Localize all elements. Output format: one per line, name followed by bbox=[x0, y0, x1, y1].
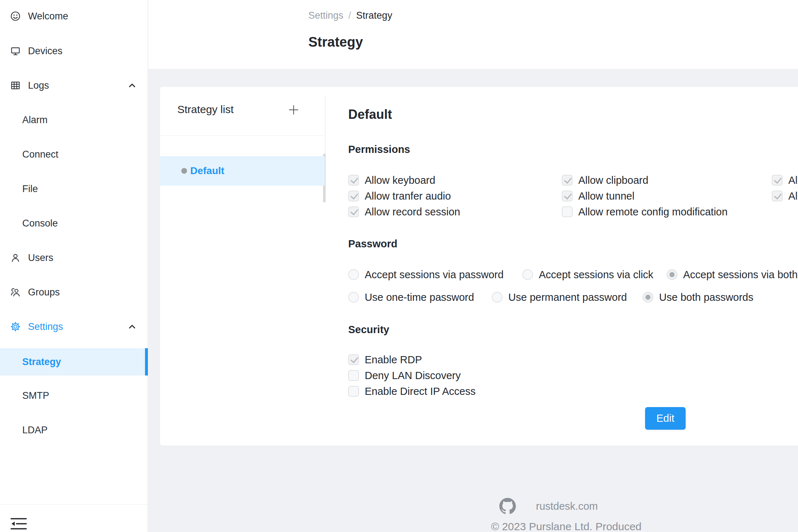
list-header-divider bbox=[160, 135, 325, 136]
strategy-list-item-default[interactable]: Default bbox=[160, 156, 325, 186]
sidebar-item-alarm[interactable]: Alarm bbox=[0, 106, 148, 134]
checkbox-allow-tunnel[interactable] bbox=[562, 191, 573, 201]
checkbox-allow-record-session[interactable] bbox=[348, 206, 359, 217]
security-enable-direct-ip-access: Enable Direct IP Access bbox=[348, 386, 476, 397]
breadcrumb-settings[interactable]: Settings bbox=[308, 10, 344, 21]
user-icon bbox=[10, 252, 21, 263]
footer: rustdesk.com bbox=[499, 498, 598, 514]
breadcrumb-strategy: Strategy bbox=[356, 10, 392, 21]
sidebar-item-label: Logs bbox=[28, 80, 49, 91]
sidebar-item-label: Devices bbox=[28, 46, 62, 57]
radio-use-both-passwords: Use both passwords bbox=[643, 292, 753, 303]
sidebar-item-welcome[interactable]: Welcome bbox=[0, 3, 148, 30]
add-strategy-button[interactable] bbox=[288, 104, 299, 116]
sidebar-item-label: Console bbox=[22, 218, 58, 229]
users-group-icon bbox=[10, 287, 21, 298]
checkbox-clipped-1[interactable] bbox=[772, 175, 783, 186]
radio-accept-sessions-via-password: Accept sessions via password bbox=[348, 269, 504, 280]
sidebar-item-label: Settings bbox=[28, 321, 63, 332]
breadcrumb: Settings / Strategy bbox=[308, 10, 392, 21]
sidebar-item-console[interactable]: Console bbox=[0, 210, 148, 237]
checkbox-allow-tranfer-audio[interactable] bbox=[348, 191, 359, 201]
monitor-icon bbox=[10, 46, 21, 56]
checkbox-allow-remote-config-modification[interactable] bbox=[562, 206, 573, 217]
strategy-card: Strategy list Default Default Permission… bbox=[160, 87, 798, 445]
password-heading: Password bbox=[348, 238, 397, 250]
sidebar: Welcome Devices bbox=[0, 0, 148, 532]
checkbox-allow-clipboard[interactable] bbox=[562, 175, 573, 186]
checkbox-allow-keyboard[interactable] bbox=[348, 175, 359, 186]
table-grid-icon bbox=[10, 80, 21, 91]
smiley-icon bbox=[10, 11, 21, 22]
radio-accept-click[interactable] bbox=[522, 269, 533, 280]
permission-allow-record-session: Allow record session bbox=[348, 206, 460, 217]
sidebar-item-label: Groups bbox=[28, 287, 60, 298]
sidebar-item-users[interactable]: Users bbox=[0, 244, 148, 271]
sidebar-item-logs[interactable]: Logs bbox=[0, 72, 148, 99]
radio-use-one-time-password: Use one-time password bbox=[348, 292, 474, 303]
radio-one-time-password[interactable] bbox=[348, 292, 359, 303]
rustdesk-console-screen: Welcome Devices bbox=[0, 0, 798, 532]
sidebar-footer-divider bbox=[0, 504, 148, 505]
sidebar-item-connect[interactable]: Connect bbox=[0, 141, 148, 168]
radio-accept-both[interactable] bbox=[667, 269, 677, 280]
footer-copyright: © 2023 Purslane Ltd. Produced bbox=[491, 521, 641, 532]
collapse-sidebar-icon[interactable] bbox=[9, 515, 28, 532]
sidebar-item-groups[interactable]: Groups bbox=[0, 279, 148, 306]
breadcrumb-separator: / bbox=[349, 10, 351, 21]
strategy-item-label: Default bbox=[190, 165, 224, 177]
content-header: Settings / Strategy Strategy bbox=[148, 0, 798, 69]
permissions-heading: Permissions bbox=[348, 144, 410, 155]
sidebar-item-label: Welcome bbox=[28, 11, 68, 22]
permission-allow-tunnel: Allow tunnel bbox=[562, 191, 634, 201]
page-title: Strategy bbox=[308, 34, 363, 50]
sidebar-item-ldap[interactable]: LDAP bbox=[0, 416, 148, 444]
sidebar-item-label: Alarm bbox=[22, 115, 48, 126]
checkbox-clipped-2[interactable] bbox=[772, 191, 783, 201]
sidebar-item-label: File bbox=[22, 183, 38, 195]
checkbox-enable-direct-ip-access[interactable] bbox=[348, 386, 359, 397]
chevron-up-icon[interactable] bbox=[127, 322, 137, 332]
radio-accept-password[interactable] bbox=[348, 269, 359, 280]
permission-allow-clipboard: Allow clipboard bbox=[562, 175, 648, 186]
radio-both-passwords[interactable] bbox=[643, 292, 653, 303]
sidebar-item-label: Connect bbox=[22, 149, 59, 160]
checkbox-deny-lan-discovery[interactable] bbox=[348, 370, 359, 381]
checkbox-enable-rdp[interactable] bbox=[348, 354, 359, 365]
rustdesk-link[interactable]: rustdesk.com bbox=[536, 500, 598, 512]
sidebar-item-strategy[interactable]: Strategy bbox=[0, 348, 148, 375]
gear-icon bbox=[10, 321, 21, 332]
sidebar-item-label: Users bbox=[28, 252, 53, 263]
sidebar-item-label: Strategy bbox=[22, 356, 61, 368]
detail-title: Default bbox=[348, 107, 392, 122]
permission-clipped-2: All bbox=[772, 191, 798, 201]
sidebar-item-settings[interactable]: Settings bbox=[0, 313, 148, 340]
github-icon[interactable] bbox=[499, 498, 516, 514]
edit-button[interactable]: Edit bbox=[645, 407, 686, 430]
permission-allow-remote-config-modification: Allow remote config modification bbox=[562, 206, 728, 217]
permission-allow-tranfer-audio: Allow tranfer audio bbox=[348, 191, 451, 201]
radio-accept-sessions-via-both: Accept sessions via both bbox=[667, 269, 798, 280]
strategy-status-dot bbox=[181, 168, 187, 174]
radio-use-permanent-password: Use permanent password bbox=[492, 292, 627, 303]
security-deny-lan-discovery: Deny LAN Discovery bbox=[348, 370, 461, 381]
sidebar-item-devices[interactable]: Devices bbox=[0, 37, 148, 65]
sidebar-item-file[interactable]: File bbox=[0, 175, 148, 202]
sidebar-item-smtp[interactable]: SMTP bbox=[0, 382, 148, 409]
security-enable-rdp: Enable RDP bbox=[348, 354, 422, 365]
strategy-list-title: Strategy list bbox=[177, 103, 234, 116]
sidebar-item-label: SMTP bbox=[22, 390, 49, 401]
security-heading: Security bbox=[348, 324, 389, 336]
radio-permanent-password[interactable] bbox=[492, 292, 503, 303]
permission-clipped-1: All bbox=[772, 175, 798, 186]
chevron-up-icon[interactable] bbox=[127, 80, 137, 90]
sidebar-item-label: LDAP bbox=[22, 425, 48, 436]
permission-allow-keyboard: Allow keyboard bbox=[348, 175, 435, 186]
radio-accept-sessions-via-click: Accept sessions via click bbox=[522, 269, 653, 280]
